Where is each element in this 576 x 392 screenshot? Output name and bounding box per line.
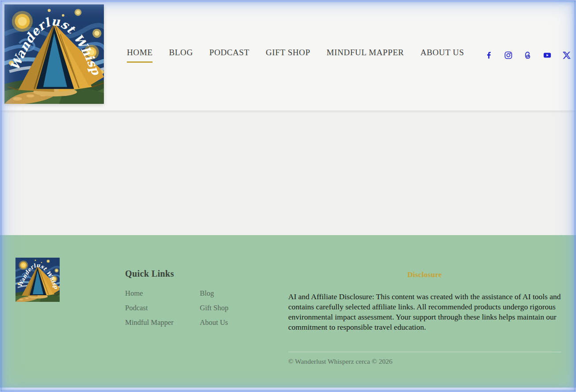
x-icon	[562, 51, 571, 60]
disclosure-section: Disclosure AI and Affiliate Disclosure: …	[288, 235, 561, 388]
main-nav: HOME BLOG PODCAST GIFT SHOP MINDFUL MAPP…	[127, 0, 464, 110]
quick-links-title: Quick Links	[125, 269, 174, 279]
disclosure-title: Disclosure	[288, 270, 561, 279]
social-link-threads[interactable]	[523, 51, 532, 60]
quick-links-column-2: Blog Gift Shop About Us	[200, 289, 229, 327]
footer-link-blog[interactable]: Blog	[200, 289, 229, 297]
footer-link-home[interactable]: Home	[125, 289, 174, 297]
footer-link-mindful-mapper[interactable]: Mindful Mapper	[125, 318, 174, 327]
site-footer: Quick Links Home Podcast Mindful Mapper …	[0, 235, 576, 388]
nav-item-blog[interactable]: BLOG	[169, 48, 193, 63]
nav-item-about-us[interactable]: ABOUT US	[420, 48, 464, 63]
footer-link-gift-shop[interactable]: Gift Shop	[200, 304, 229, 312]
social-link-instagram[interactable]	[504, 51, 513, 60]
social-links	[484, 0, 571, 110]
threads-icon	[523, 51, 532, 60]
instagram-icon	[504, 51, 513, 60]
quick-links-column-1: Home Podcast Mindful Mapper	[125, 289, 174, 327]
footer-link-about-us[interactable]: About Us	[200, 318, 229, 327]
nav-item-mindful-mapper[interactable]: MINDFUL MAPPER	[327, 48, 404, 63]
footer-divider	[288, 352, 561, 352]
page: HOME BLOG PODCAST GIFT SHOP MINDFUL MAPP…	[0, 0, 576, 392]
social-link-facebook[interactable]	[484, 51, 493, 60]
nav-item-home[interactable]: HOME	[127, 48, 153, 63]
footer-logo-link[interactable]	[15, 258, 60, 302]
nav-item-podcast[interactable]: PODCAST	[209, 48, 249, 63]
copyright-text: © Wanderlust Whisperz cerca © 2026	[288, 358, 393, 365]
social-link-youtube[interactable]	[543, 51, 552, 60]
nav-item-gift-shop[interactable]: GIFT SHOP	[266, 48, 310, 63]
footer-brand-logo-image	[15, 258, 60, 302]
site-header: HOME BLOG PODCAST GIFT SHOP MINDFUL MAPP…	[0, 0, 576, 110]
disclosure-text: AI and Affiliate Disclosure: This conten…	[288, 292, 561, 332]
social-link-x[interactable]	[562, 51, 571, 60]
brand-logo-image	[4, 4, 104, 104]
header-logo-link[interactable]	[4, 4, 104, 104]
youtube-icon	[543, 51, 552, 60]
facebook-icon	[484, 51, 493, 60]
main-content	[0, 110, 576, 235]
footer-link-podcast[interactable]: Podcast	[125, 304, 174, 312]
